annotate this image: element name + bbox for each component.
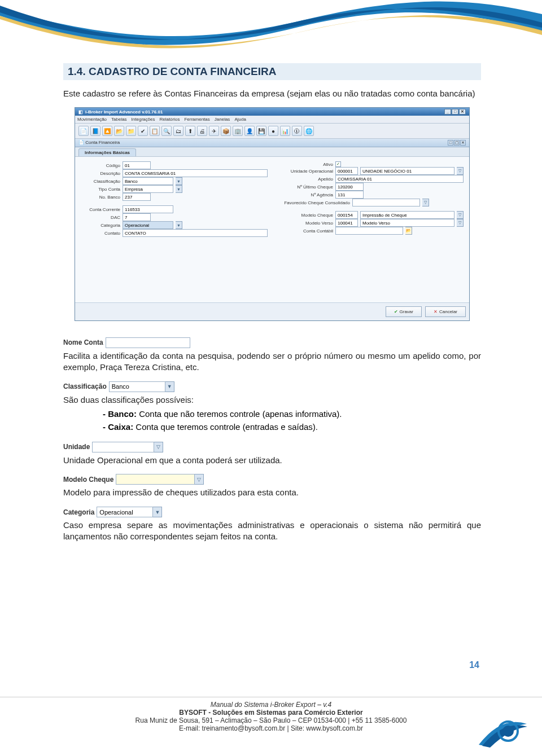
- dropdown-icon[interactable]: ▼: [153, 507, 162, 517]
- intro-paragraph: Este cadastro se refere às Contas Financ…: [63, 88, 481, 99]
- tool-icon[interactable]: 🖨: [197, 126, 207, 136]
- ultimo-cheque-input[interactable]: [335, 183, 364, 191]
- tool-icon[interactable]: ●: [268, 126, 278, 136]
- gravar-button[interactable]: ✔Gravar: [386, 306, 422, 317]
- page-number: 14: [466, 659, 483, 671]
- dropdown-icon[interactable]: ▽: [422, 199, 429, 206]
- button-bar: ✔Gravar ✕Cancelar: [75, 302, 469, 320]
- categoria-field[interactable]: [97, 507, 153, 517]
- classificacao-intro: São duas classificações possíveis:: [63, 394, 481, 406]
- tool-icon[interactable]: 📦: [221, 126, 231, 136]
- dropdown-icon[interactable]: ▼: [176, 221, 182, 229]
- subwindow-controls[interactable]: □▢✕: [447, 140, 466, 146]
- apelido-input[interactable]: [335, 175, 464, 183]
- contato-input[interactable]: [123, 229, 268, 237]
- dropdown-icon[interactable]: ▼: [165, 381, 174, 392]
- dropdown-icon[interactable]: ▽: [457, 167, 464, 175]
- nome-conta-paragraph: Facilita a identificação da conta na pes…: [63, 350, 481, 373]
- modelo-verso-desc-input[interactable]: [360, 219, 454, 227]
- unidade-snippet: Unidade ▽: [63, 442, 163, 452]
- tool-icon[interactable]: ⬆: [185, 126, 195, 136]
- dropdown-icon[interactable]: ▼: [176, 177, 182, 185]
- unidade-paragraph: Unidade Operacional em que a conta poder…: [63, 455, 481, 466]
- modelo-cheque-desc-input[interactable]: [360, 211, 454, 219]
- tipo-conta-select[interactable]: [123, 185, 173, 193]
- categoria-select[interactable]: [123, 221, 173, 229]
- unidade-desc-input[interactable]: [360, 167, 454, 175]
- unidade-code-input[interactable]: [335, 167, 358, 175]
- classificacao-select[interactable]: [123, 177, 173, 185]
- classificacao-field[interactable]: [109, 381, 165, 392]
- modelo-cheque-snippet: Modelo Cheque ▽: [63, 474, 204, 485]
- dropdown-icon[interactable]: ▽: [154, 442, 163, 452]
- menu-bar[interactable]: MovimentaçãoTabelasIntegraçõesRelatórios…: [75, 116, 469, 124]
- classificacao-snippet: Classificação ▼: [63, 381, 174, 392]
- tool-icon[interactable]: 📊: [280, 126, 290, 136]
- subwindow-title: 📄 Conta Financeira □▢✕: [75, 139, 469, 147]
- dac-input[interactable]: [123, 213, 151, 221]
- nome-conta-field[interactable]: [106, 337, 190, 348]
- toolbar[interactable]: 📄📘🔼📂📁✔📋🔍🗂⬆🖨✈📦🏢👤💾●📊🛈🌐: [75, 124, 469, 139]
- modelo-verso-code-input[interactable]: [335, 219, 358, 227]
- tab-informacoes[interactable]: Informações Básicas: [78, 148, 136, 156]
- section-heading: 1.4. CADASTRO DE CONTA FINANCEIRA: [63, 63, 481, 80]
- modelo-cheque-paragraph: Modelo para impressão de cheques utiliza…: [63, 487, 481, 498]
- dropdown-icon[interactable]: ▽: [457, 211, 464, 219]
- modelo-cheque-field[interactable]: [116, 474, 195, 485]
- tool-icon[interactable]: 🔍: [161, 126, 172, 136]
- categoria-snippet: Categoria ▼: [63, 507, 162, 517]
- unidade-field[interactable]: [92, 442, 154, 452]
- dropdown-icon[interactable]: ▽: [195, 474, 204, 485]
- favorecido-input[interactable]: [352, 199, 420, 206]
- tool-icon[interactable]: 🔼: [102, 126, 112, 136]
- classificacao-list: - Banco: Conta que não teremos controle …: [103, 408, 481, 433]
- form-area: Código Descrição Classificação▼ Tipo Con…: [75, 157, 469, 240]
- ativo-checkbox[interactable]: ✓: [335, 161, 341, 167]
- categoria-paragraph: Caso empresa separe as movimentações adm…: [63, 520, 481, 543]
- dropdown-icon[interactable]: ▽: [457, 219, 464, 227]
- footer: Manual do Sistema i-Broker Export – v.4 …: [0, 697, 542, 732]
- tab-strip[interactable]: Informações Básicas: [75, 147, 469, 157]
- tool-icon[interactable]: 📋: [150, 126, 160, 136]
- window-title-bar: ◧i-Broker Import Advanced v.01.76.01 _□✕: [75, 108, 469, 116]
- tool-icon[interactable]: 👤: [244, 126, 255, 136]
- conta-contabil-input[interactable]: [335, 227, 403, 235]
- app-window: ◧i-Broker Import Advanced v.01.76.01 _□✕…: [75, 107, 470, 321]
- banco-input[interactable]: [123, 193, 151, 201]
- tool-icon[interactable]: 📁: [126, 126, 136, 136]
- nome-conta-snippet: Nome Conta: [63, 337, 190, 348]
- cancelar-button[interactable]: ✕Cancelar: [425, 306, 466, 317]
- window-controls[interactable]: _□✕: [444, 109, 466, 115]
- dropdown-icon[interactable]: ▼: [176, 185, 182, 193]
- conta-corrente-input[interactable]: [123, 205, 173, 213]
- tool-icon[interactable]: 🗂: [173, 126, 183, 136]
- tool-icon[interactable]: 📘: [90, 126, 100, 136]
- lookup-icon[interactable]: 📂: [405, 227, 412, 235]
- tool-icon[interactable]: 🛈: [292, 126, 302, 136]
- svg-point-1: [502, 726, 514, 737]
- modelo-cheque-code-input[interactable]: [335, 211, 358, 219]
- codigo-input[interactable]: [123, 161, 151, 169]
- header-wave: [0, 0, 542, 54]
- tool-icon[interactable]: 📄: [78, 126, 89, 136]
- descricao-input[interactable]: [123, 169, 268, 177]
- footer-logo-icon: [473, 704, 530, 749]
- tool-icon[interactable]: 📂: [114, 126, 124, 136]
- tool-icon[interactable]: ✈: [209, 126, 219, 136]
- tool-icon[interactable]: 🏢: [233, 126, 243, 136]
- tool-icon[interactable]: 💾: [256, 126, 266, 136]
- tool-icon[interactable]: 🌐: [304, 126, 314, 136]
- tool-icon[interactable]: ✔: [138, 126, 148, 136]
- agencia-input[interactable]: [335, 191, 364, 199]
